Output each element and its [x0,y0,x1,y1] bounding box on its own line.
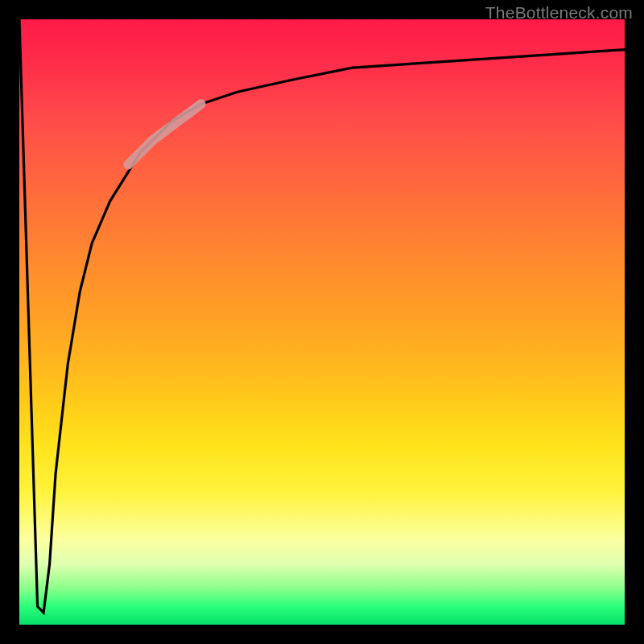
chart-frame: TheBottleneck.com [0,0,644,644]
highlight-segment [128,104,200,164]
curve-layer [19,19,625,625]
bottleneck-curve [19,19,625,613]
plot-area [19,19,625,625]
watermark-text: TheBottleneck.com [485,3,633,23]
